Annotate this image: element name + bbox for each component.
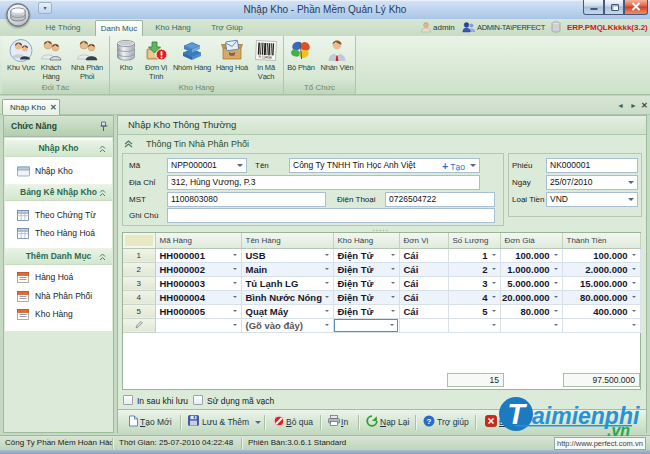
svg-text:9 13456: 9 13456 (259, 54, 273, 60)
svg-text:.vn: .vn (607, 422, 630, 439)
svg-text:?: ? (427, 417, 432, 426)
